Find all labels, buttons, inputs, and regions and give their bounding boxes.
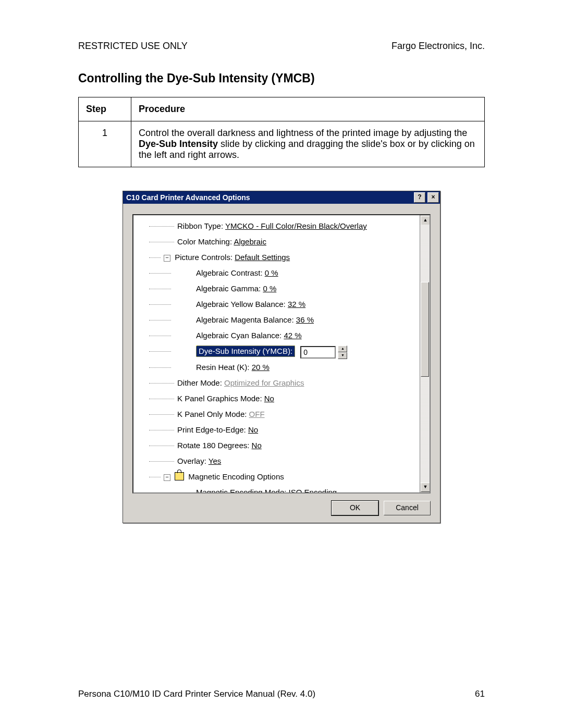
procedure-bold: Dye-Sub Intensity xyxy=(139,139,218,149)
scroll-track[interactable] xyxy=(420,225,430,483)
tree-item-kpanel-graphics[interactable]: K Panel Graphics Mode: No xyxy=(133,391,417,406)
close-icon[interactable]: × xyxy=(427,192,439,203)
value: Yes xyxy=(209,456,221,465)
label: Algebraic Contrast: xyxy=(196,268,265,277)
help-icon[interactable]: ? xyxy=(414,192,425,203)
tree-item-color-matching[interactable]: Color Matching: Algebraic xyxy=(133,234,417,250)
cancel-button[interactable]: Cancel xyxy=(384,501,431,515)
dialog-title: C10 Card Printer Advanced Options xyxy=(126,193,250,202)
tree-item-picture-controls[interactable]: − Picture Controls: Default Settings xyxy=(133,250,417,265)
tree-item-magnetic-options[interactable]: − Magnetic Encoding Options xyxy=(133,469,417,485)
label: Magnetic Encoding Options xyxy=(188,472,284,481)
dyesub-intensity-input[interactable] xyxy=(300,346,336,359)
tree-item-algebraic-gamma[interactable]: Algebraic Gamma: 0 % xyxy=(133,281,417,297)
tree-item-dither-mode[interactable]: Dither Mode: Optimized for Graphics xyxy=(133,375,417,391)
header-left: RESTRICTED USE ONLY xyxy=(78,41,188,52)
tree-item-rotate-180[interactable]: Rotate 180 Degrees: No xyxy=(133,438,417,453)
table-row: 1 Control the overall darkness and light… xyxy=(79,121,485,167)
label: Algebraic Cyan Balance: xyxy=(196,331,284,340)
tree-item-edge-to-edge[interactable]: Print Edge-to-Edge: No xyxy=(133,422,417,438)
label: Resin Heat (K): xyxy=(196,363,252,372)
label: Algebraic Yellow Balance: xyxy=(196,300,288,309)
label: Rotate 180 Degrees: xyxy=(177,441,252,450)
label: K Panel Graphics Mode: xyxy=(177,394,264,403)
tree-item-algebraic-cyan[interactable]: Algebraic Cyan Balance: 42 % xyxy=(133,328,417,343)
label: Dither Mode: xyxy=(177,378,224,387)
advanced-options-dialog: C10 Card Printer Advanced Options ? × Ri… xyxy=(123,191,440,523)
value: ISO Encoding xyxy=(289,488,337,493)
value: No xyxy=(252,441,262,450)
spin-down-icon[interactable]: ▼ xyxy=(338,352,347,359)
value: 42 % xyxy=(284,331,301,340)
collapse-icon[interactable]: − xyxy=(164,474,170,481)
scroll-down-icon[interactable]: ▼ xyxy=(421,483,430,492)
tree-item-magnetic-mode[interactable]: Magnetic Encoding Mode: ISO Encoding xyxy=(133,485,417,493)
tree-item-ribbon-type[interactable]: Ribbon Type: YMCKO - Full Color/Resin Bl… xyxy=(133,218,417,234)
value: 36 % xyxy=(296,315,314,324)
lock-icon xyxy=(175,472,184,480)
tree-item-overlay[interactable]: Overlay: Yes xyxy=(133,453,417,469)
scroll-thumb[interactable] xyxy=(421,282,429,377)
value: OFF xyxy=(249,410,265,418)
collapse-icon[interactable]: − xyxy=(164,255,170,262)
label: K Panel Only Mode: xyxy=(177,410,249,418)
value: Optimized for Graphics xyxy=(224,378,304,387)
value: 0 % xyxy=(263,284,276,293)
tree-item-dyesub-intensity[interactable]: Dye-Sub Intensity (YMCB): ▲ ▼ xyxy=(133,343,417,360)
page-number: 61 xyxy=(475,689,485,699)
procedure-cell: Control the overall darkness and lightne… xyxy=(131,121,485,167)
header-right: Fargo Electronics, Inc. xyxy=(391,41,485,52)
label: Ribbon Type: xyxy=(177,221,225,230)
value: 32 % xyxy=(288,300,305,309)
step-number: 1 xyxy=(79,121,131,167)
tree-view: Ribbon Type: YMCKO - Full Color/Resin Bl… xyxy=(132,214,431,493)
label: Algebraic Magenta Balance: xyxy=(196,315,296,324)
value: No xyxy=(248,425,258,434)
label: Overlay: xyxy=(177,456,209,465)
value: Default Settings xyxy=(235,253,290,262)
steps-table: Step Procedure 1 Control the overall dar… xyxy=(78,97,485,167)
label: Print Edge-to-Edge: xyxy=(177,425,248,434)
ok-button[interactable]: OK xyxy=(332,501,378,515)
label: Algebraic Gamma: xyxy=(196,284,263,293)
value: YMCKO - Full Color/Resin Black/Overlay xyxy=(225,221,367,230)
scroll-up-icon[interactable]: ▲ xyxy=(421,216,430,225)
tree-item-algebraic-magenta[interactable]: Algebraic Magenta Balance: 36 % xyxy=(133,312,417,328)
footer-left: Persona C10/M10 ID Card Printer Service … xyxy=(78,689,315,699)
label: Color Matching: xyxy=(177,237,234,246)
value: 20 % xyxy=(252,363,270,372)
col-step: Step xyxy=(79,97,131,121)
col-procedure: Procedure xyxy=(131,97,485,121)
section-title: Controlling the Dye-Sub Intensity (YMCB) xyxy=(78,71,485,85)
label: Magnetic Encoding Mode: xyxy=(196,488,289,493)
tree-item-algebraic-yellow[interactable]: Algebraic Yellow Balance: 32 % xyxy=(133,297,417,312)
value: Algebraic xyxy=(234,237,266,246)
value: 0 % xyxy=(265,268,278,277)
spin-up-icon[interactable]: ▲ xyxy=(338,346,347,352)
tree-item-algebraic-contrast[interactable]: Algebraic Contrast: 0 % xyxy=(133,265,417,281)
tree-item-kpanel-only[interactable]: K Panel Only Mode: OFF xyxy=(133,406,417,422)
titlebar: C10 Card Printer Advanced Options ? × xyxy=(123,191,440,204)
tree-item-resin-heat[interactable]: Resin Heat (K): 20 % xyxy=(133,360,417,375)
value: No xyxy=(264,394,274,403)
label: Picture Controls: xyxy=(175,253,235,262)
procedure-text: Control the overall darkness and lightne… xyxy=(139,128,467,138)
selected-label: Dye-Sub Intensity (YMCB): xyxy=(196,346,295,357)
vertical-scrollbar[interactable]: ▲ ▼ xyxy=(420,215,430,492)
